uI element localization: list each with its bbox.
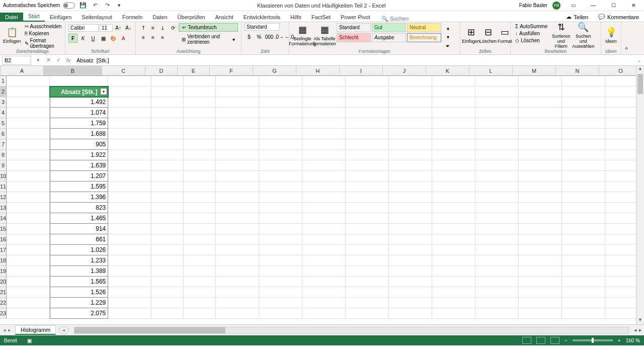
cell-D7[interactable] xyxy=(151,139,184,150)
cell-E14[interactable] xyxy=(184,213,216,224)
cell-N1[interactable] xyxy=(562,76,605,86)
cell-A19[interactable] xyxy=(7,266,50,277)
format-as-table-button[interactable]: ▦Als Tabelle formatieren xyxy=(314,23,335,47)
cell-O22[interactable] xyxy=(605,298,636,308)
cell-L15[interactable] xyxy=(475,224,519,234)
increase-font-icon[interactable]: A↑ xyxy=(114,23,123,32)
cell-O21[interactable] xyxy=(605,287,636,298)
percent-icon[interactable]: % xyxy=(255,32,264,41)
sort-filter-button[interactable]: ⇅Sortieren und Filtern xyxy=(551,23,571,47)
style-schlecht[interactable]: Schlecht xyxy=(337,33,371,42)
cell-C10[interactable] xyxy=(108,171,151,182)
decrease-font-icon[interactable]: A↓ xyxy=(124,23,133,32)
cell-C15[interactable] xyxy=(108,224,151,234)
cell-E9[interactable] xyxy=(184,160,216,171)
cell-F4[interactable] xyxy=(216,108,259,118)
copy-button[interactable]: ⎘ Kopieren xyxy=(23,30,63,37)
cell-J19[interactable] xyxy=(389,266,432,277)
font-size-select[interactable] xyxy=(100,24,113,32)
cell-D18[interactable] xyxy=(151,255,184,266)
cell-J20[interactable] xyxy=(389,277,432,287)
cell-G1[interactable] xyxy=(259,76,302,86)
cell-G9[interactable] xyxy=(259,160,302,171)
tab-power pivot[interactable]: Power Pivot xyxy=(336,13,375,22)
cell-D23[interactable] xyxy=(151,308,184,319)
cell-N14[interactable] xyxy=(562,213,605,224)
style-berechnung[interactable]: Berechnung xyxy=(407,33,441,42)
align-bottom-icon[interactable]: ⤓ xyxy=(158,23,167,32)
cell-M2[interactable] xyxy=(519,86,562,97)
number-format-select[interactable] xyxy=(245,23,280,31)
cell-G17[interactable] xyxy=(259,245,302,255)
cell-H6[interactable] xyxy=(302,129,346,139)
cell-H9[interactable] xyxy=(302,160,346,171)
delete-cells-button[interactable]: ⊟Löschen xyxy=(480,23,496,47)
cell-K19[interactable] xyxy=(432,266,475,277)
cell-I13[interactable] xyxy=(346,203,389,213)
row-header-18[interactable]: 18 xyxy=(0,255,7,266)
cell-J6[interactable] xyxy=(389,129,432,139)
cell-E21[interactable] xyxy=(184,287,216,298)
cell-N11[interactable] xyxy=(562,182,605,192)
cell-N23[interactable] xyxy=(562,308,605,319)
cell-I20[interactable] xyxy=(346,277,389,287)
ribbon-display-icon[interactable]: ▭ xyxy=(566,1,581,11)
cell-F8[interactable] xyxy=(216,150,259,160)
cell-B17[interactable]: 1.026 xyxy=(50,245,108,255)
cell-L17[interactable] xyxy=(475,245,519,255)
cell-O13[interactable] xyxy=(605,203,636,213)
autosum-button[interactable]: Σ AutoSumme xyxy=(514,23,549,30)
row-header-9[interactable]: 9 xyxy=(0,160,7,171)
cell-K16[interactable] xyxy=(432,234,475,245)
cell-K5[interactable] xyxy=(432,118,475,129)
cell-J16[interactable] xyxy=(389,234,432,245)
cell-N21[interactable] xyxy=(562,287,605,298)
cell-I17[interactable] xyxy=(346,245,389,255)
cell-H14[interactable] xyxy=(302,213,346,224)
cell-M5[interactable] xyxy=(519,118,562,129)
cell-A23[interactable] xyxy=(7,308,50,319)
cell-I3[interactable] xyxy=(346,97,389,108)
cell-J3[interactable] xyxy=(389,97,432,108)
cell-M11[interactable] xyxy=(519,182,562,192)
fx-icon[interactable]: fx xyxy=(63,57,73,63)
row-header-7[interactable]: 7 xyxy=(0,139,7,150)
cell-J7[interactable] xyxy=(389,139,432,150)
cell-F16[interactable] xyxy=(216,234,259,245)
cell-H10[interactable] xyxy=(302,171,346,182)
cell-K11[interactable] xyxy=(432,182,475,192)
cell-E10[interactable] xyxy=(184,171,216,182)
cell-N4[interactable] xyxy=(562,108,605,118)
sheet-tab-active[interactable]: Histogramm xyxy=(15,325,56,335)
cell-L5[interactable] xyxy=(475,118,519,129)
horizontal-scrollbar[interactable] xyxy=(74,327,629,334)
cell-F2[interactable] xyxy=(216,86,259,97)
cell-B20[interactable]: 1.565 xyxy=(50,277,108,287)
cell-O23[interactable] xyxy=(605,308,636,319)
row-header-2[interactable]: 2 xyxy=(0,86,7,97)
cell-I2[interactable] xyxy=(346,86,389,97)
cell-G20[interactable] xyxy=(259,277,302,287)
cell-D20[interactable] xyxy=(151,277,184,287)
cell-O16[interactable] xyxy=(605,234,636,245)
cell-L1[interactable] xyxy=(475,76,519,86)
cell-F10[interactable] xyxy=(216,171,259,182)
cell-F14[interactable] xyxy=(216,213,259,224)
cell-F17[interactable] xyxy=(216,245,259,255)
cell-L9[interactable] xyxy=(475,160,519,171)
paste-button[interactable]: 📋Einfügen xyxy=(3,23,21,47)
ideas-button[interactable]: 💡Ideen xyxy=(604,23,618,47)
cell-M14[interactable] xyxy=(519,213,562,224)
cell-J5[interactable] xyxy=(389,118,432,129)
page-break-view-button[interactable] xyxy=(550,337,559,344)
cell-M19[interactable] xyxy=(519,266,562,277)
cell-N15[interactable] xyxy=(562,224,605,234)
cell-I5[interactable] xyxy=(346,118,389,129)
row-header-17[interactable]: 17 xyxy=(0,245,7,255)
cell-J22[interactable] xyxy=(389,298,432,308)
cell-K6[interactable] xyxy=(432,129,475,139)
conditional-formatting-button[interactable]: ▦Bedingte Formatierung xyxy=(292,23,312,47)
cell-O17[interactable] xyxy=(605,245,636,255)
cell-K22[interactable] xyxy=(432,298,475,308)
cell-O3[interactable] xyxy=(605,97,636,108)
